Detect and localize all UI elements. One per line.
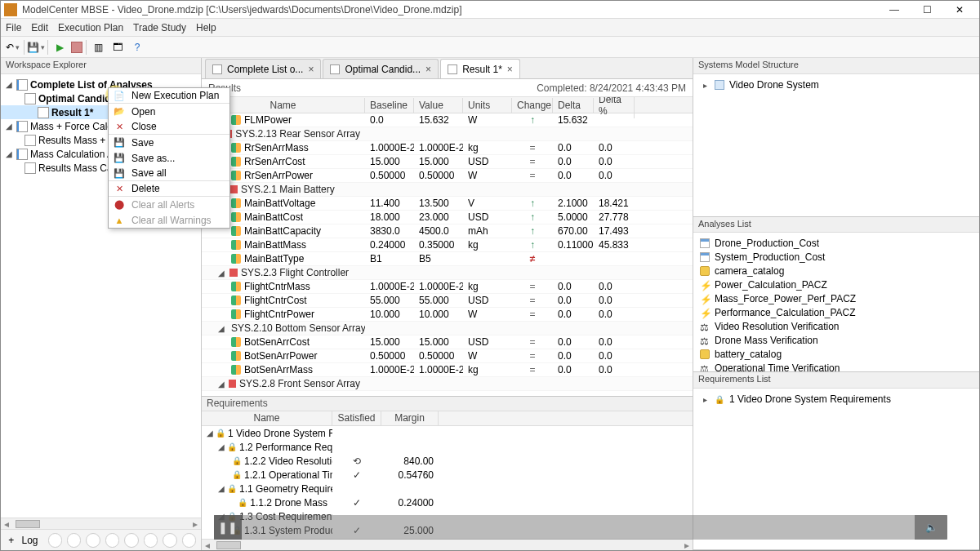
analyses-item[interactable]: ⚡Mass_Force_Power_Perf_PACZ bbox=[700, 291, 973, 305]
results-row[interactable]: BotSenArrCost15.00015.000USD=0.00.0 bbox=[202, 335, 693, 349]
requirement-row[interactable]: 🔒1.2.1 Operational Time✓0.54760 bbox=[202, 468, 693, 482]
maximize-button[interactable]: ☐ bbox=[911, 2, 943, 18]
analyses-item[interactable]: Drone_Production_Cost bbox=[700, 236, 973, 250]
cm-close[interactable]: ✕Close bbox=[109, 119, 229, 135]
cm-clear-alerts[interactable]: ⬤Clear all Alerts bbox=[109, 197, 229, 212]
cm-open[interactable]: 📂Open bbox=[109, 104, 229, 119]
minimize-button[interactable]: — bbox=[878, 2, 911, 18]
results-row[interactable]: MainBattMass0.240000.35000kg↑0.1100045.8… bbox=[202, 238, 693, 252]
help-button[interactable]: ? bbox=[129, 39, 145, 56]
center-pane: Complete List o...× Optimal Candid...× R… bbox=[202, 58, 693, 550]
results-row[interactable]: MainBattCost18.00023.000USD↑5.000027.778 bbox=[202, 211, 693, 224]
tab-optimal-candidate[interactable]: Optimal Candid...× bbox=[323, 59, 439, 78]
results-completed: Completed: 8/24/2021 4:43:43 PM bbox=[537, 82, 686, 94]
analyses-item[interactable]: camera_catalog bbox=[700, 264, 973, 278]
log-tool-8[interactable] bbox=[182, 533, 196, 548]
requirement-row[interactable]: ◢🔒1.2 Performance Requiren bbox=[202, 440, 693, 454]
run-button[interactable]: ▶ bbox=[51, 39, 68, 56]
results-row[interactable]: BotSenArrPower0.500000.50000W=0.00.0 bbox=[202, 349, 693, 363]
log-bar: + Log bbox=[1, 529, 201, 550]
analysis-doc-icon bbox=[700, 252, 710, 262]
close-button[interactable]: ✕ bbox=[943, 2, 976, 18]
cm-save-all[interactable]: 💾Save all bbox=[109, 166, 229, 181]
cm-save-as[interactable]: 💾Save as... bbox=[109, 150, 229, 166]
center-hscroll[interactable]: ◂▸ bbox=[202, 539, 693, 550]
requirement-row[interactable]: 🔒1.1.2 Drone Mass✓0.24000 bbox=[202, 495, 693, 509]
menu-execution-plan[interactable]: Execution Plan bbox=[58, 22, 123, 33]
save-button[interactable]: 💾 bbox=[28, 39, 44, 56]
cm-clear-warnings[interactable]: ▲Clear all Warnings bbox=[109, 212, 229, 228]
volume-button[interactable]: 🔈 bbox=[915, 515, 947, 540]
analyses-item[interactable]: ⚖Video Resolution Verification bbox=[700, 319, 973, 333]
results-row[interactable]: RrSenArrPower0.500000.50000W=0.00.0 bbox=[202, 169, 693, 183]
results-row[interactable]: FlightCntrMass1.0000E-21.0000E-2kg=0.00.… bbox=[202, 280, 693, 294]
video-seek-track[interactable] bbox=[242, 515, 915, 540]
results-row[interactable]: RrSenArrCost15.00015.000USD=0.00.0 bbox=[202, 155, 693, 169]
analyses-item[interactable]: battery_catalog bbox=[700, 347, 973, 361]
cm-new-execution-plan[interactable]: 📄New Execution Plan bbox=[109, 88, 229, 104]
variable-icon bbox=[231, 254, 241, 264]
save-icon: 💾 bbox=[114, 137, 125, 149]
menu-help[interactable]: Help bbox=[196, 22, 216, 33]
variable-icon bbox=[231, 212, 241, 222]
analyses-item[interactable]: System_Production_Cost bbox=[700, 250, 973, 264]
results-row[interactable]: FlightCntrCost55.00055.000USD=0.00.0 bbox=[202, 294, 693, 308]
log-tool-1[interactable] bbox=[48, 533, 62, 548]
tab-close-icon[interactable]: × bbox=[308, 64, 314, 75]
stop-button[interactable] bbox=[71, 42, 82, 53]
reqlist-body[interactable]: ▸🔒1 Video Drone System Requirements bbox=[693, 389, 979, 410]
catalog-icon bbox=[700, 349, 710, 359]
log-tool-3[interactable] bbox=[86, 533, 100, 548]
doc-button[interactable]: ▥ bbox=[90, 39, 106, 56]
results-row[interactable]: MainBattVoltage11.40013.500V↑2.100018.42… bbox=[202, 197, 693, 211]
cm-save[interactable]: 💾Save bbox=[109, 135, 229, 150]
results-group-row[interactable]: ◢SYS.2.3 Flight Controller bbox=[202, 266, 693, 280]
log-tool-4[interactable] bbox=[105, 533, 119, 548]
analyses-item[interactable]: ⚖Drone Mass Verification bbox=[700, 333, 973, 347]
results-group-row[interactable]: ◢SYS.2.8 Front Sensor Array bbox=[202, 377, 693, 391]
pause-button[interactable]: ❚❚ bbox=[214, 515, 242, 540]
analyses-item[interactable]: ⚡Power_Calculation_PACZ bbox=[700, 278, 973, 291]
results-row[interactable]: BotSenArrMass1.0000E-21.0000E-2kg=0.00.0 bbox=[202, 363, 693, 377]
bolt-icon: ⚡ bbox=[700, 294, 710, 304]
requirement-row[interactable]: ◢🔒1 Video Drone System Requ bbox=[202, 426, 693, 440]
cm-delete[interactable]: ✕Delete bbox=[109, 181, 229, 197]
analyses-item[interactable]: ⚖Operational Time Verification bbox=[700, 361, 973, 371]
log-tool-2[interactable] bbox=[67, 533, 81, 548]
requirement-row[interactable]: 🔒1.2.2 Video Resolution⟲840.00 bbox=[202, 454, 693, 468]
left-hscroll[interactable]: ◂▸ bbox=[1, 518, 201, 529]
results-row[interactable]: MainBattTypeB1B5≠ bbox=[202, 252, 693, 266]
alert-icon: ⬤ bbox=[114, 199, 125, 211]
log-label[interactable]: Log bbox=[22, 535, 38, 546]
requirement-row[interactable]: ◢🔒1.1 Geometry Requiremer bbox=[202, 482, 693, 495]
undo-button[interactable]: ↶ bbox=[4, 39, 20, 56]
lock-icon: 🔒 bbox=[227, 484, 237, 493]
variable-icon bbox=[231, 337, 241, 347]
browse-button[interactable]: 🗔 bbox=[109, 39, 126, 56]
results-group-row[interactable]: ◢SYS.2.1 Main Battery bbox=[202, 183, 693, 197]
menu-trade-study[interactable]: Trade Study bbox=[133, 22, 186, 33]
log-tool-5[interactable] bbox=[124, 533, 138, 548]
sms-body[interactable]: ▸Video Drone System bbox=[693, 74, 979, 96]
menu-edit[interactable]: Edit bbox=[31, 22, 48, 33]
results-grid[interactable]: Name Baseline Value Units Change Delta D… bbox=[202, 97, 693, 396]
results-group-row[interactable]: ◢SYS.2.10 Bottom Sensor Array bbox=[202, 322, 693, 335]
menu-file[interactable]: File bbox=[6, 22, 21, 33]
log-expand-button[interactable]: + bbox=[6, 535, 17, 546]
tab-close-icon[interactable]: × bbox=[507, 64, 513, 75]
tab-result1[interactable]: Result 1*× bbox=[440, 59, 520, 78]
results-row[interactable]: FlightCntrPower10.00010.000W=0.00.0 bbox=[202, 308, 693, 322]
log-tool-7[interactable] bbox=[163, 533, 176, 548]
results-row[interactable]: MainBattCapacity3830.04500.0mAh↑670.0017… bbox=[202, 224, 693, 238]
variable-icon bbox=[231, 240, 241, 250]
analyses-item[interactable]: ⚡Performance_Calculation_PACZ bbox=[700, 305, 973, 319]
log-tool-6[interactable] bbox=[144, 533, 158, 548]
page-icon bbox=[16, 149, 28, 160]
analyses-body[interactable]: Drone_Production_CostSystem_Production_C… bbox=[693, 233, 979, 371]
results-group-row[interactable]: ◢SYS.2.13 Rear Sensor Array bbox=[202, 127, 693, 141]
reqlist-item[interactable]: ▸🔒1 Video Drone System Requirements bbox=[700, 392, 973, 407]
tab-complete-list[interactable]: Complete List o...× bbox=[205, 59, 321, 78]
tab-close-icon[interactable]: × bbox=[425, 64, 431, 75]
results-row[interactable]: RrSenArrMass1.0000E-21.0000E-2kg=0.00.0 bbox=[202, 141, 693, 155]
sms-root[interactable]: ▸Video Drone System bbox=[700, 78, 973, 92]
